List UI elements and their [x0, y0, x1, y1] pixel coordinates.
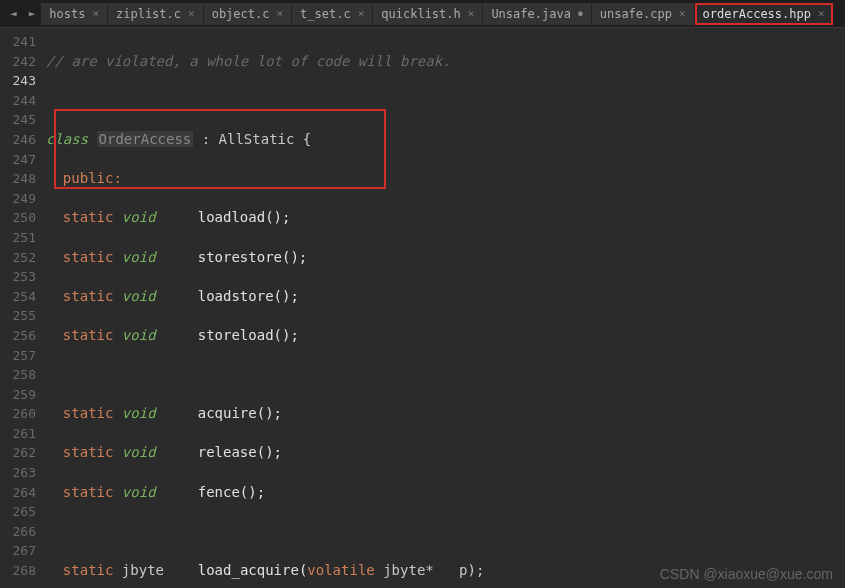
- tab-label: ziplist.c: [116, 7, 181, 21]
- editor: 2412422432442452462472482492502512522532…: [0, 28, 845, 588]
- line-number: 267: [0, 541, 36, 561]
- close-icon[interactable]: ×: [276, 7, 283, 20]
- close-icon[interactable]: ×: [818, 7, 825, 20]
- tab-label: unsafe.cpp: [600, 7, 672, 21]
- tab-unsafe-cpp[interactable]: unsafe.cpp×: [592, 3, 695, 25]
- nav-right[interactable]: ►: [23, 7, 42, 20]
- line-number: 258: [0, 365, 36, 385]
- line-number: 246: [0, 130, 36, 150]
- tab-label: Unsafe.java: [491, 7, 570, 21]
- tab-orderAccess-hpp[interactable]: orderAccess.hpp×: [695, 3, 833, 25]
- line-number: 261: [0, 424, 36, 444]
- line-number: 262: [0, 443, 36, 463]
- tab-label: object.c: [212, 7, 270, 21]
- line-number: 254: [0, 287, 36, 307]
- tab-object-c[interactable]: object.c×: [204, 3, 292, 25]
- tab-t_set-c[interactable]: t_set.c×: [292, 3, 373, 25]
- tab-label: hosts: [49, 7, 85, 21]
- close-icon[interactable]: ×: [468, 7, 475, 20]
- line-number-gutter: 2412422432442452462472482492502512522532…: [0, 28, 46, 588]
- tab-label: quicklist.h: [381, 7, 460, 21]
- line-number: 247: [0, 150, 36, 170]
- watermark: CSDN @xiaoxue@xue.com: [660, 566, 833, 582]
- tab-label: orderAccess.hpp: [703, 7, 811, 21]
- line-number: 259: [0, 385, 36, 405]
- class-name: OrderAccess: [97, 131, 194, 147]
- line-number: 243: [0, 71, 36, 91]
- line-number: 244: [0, 91, 36, 111]
- line-number: 265: [0, 502, 36, 522]
- close-icon[interactable]: ×: [92, 7, 99, 20]
- line-number: 268: [0, 561, 36, 581]
- line-number: 260: [0, 404, 36, 424]
- line-number: 249: [0, 189, 36, 209]
- tab-label: t_set.c: [300, 7, 351, 21]
- line-number: 257: [0, 346, 36, 366]
- tab-quicklist-h[interactable]: quicklist.h×: [373, 3, 483, 25]
- line-number: 252: [0, 248, 36, 268]
- tab-Unsafe-java[interactable]: Unsafe.java●: [483, 3, 591, 25]
- line-number: 250: [0, 208, 36, 228]
- line-number: 263: [0, 463, 36, 483]
- close-icon[interactable]: ×: [358, 7, 365, 20]
- line-number: 256: [0, 326, 36, 346]
- nav-left[interactable]: ◄: [4, 7, 23, 20]
- tab-hosts[interactable]: hosts×: [41, 3, 108, 25]
- line-number: 241: [0, 32, 36, 52]
- line-number: 253: [0, 267, 36, 287]
- line-number: 242: [0, 52, 36, 72]
- comment-text: // are violated, a whole lot of code wil…: [46, 53, 451, 69]
- tab-ziplist-c[interactable]: ziplist.c×: [108, 3, 204, 25]
- dirty-icon: ●: [578, 9, 583, 18]
- close-icon[interactable]: ×: [188, 7, 195, 20]
- line-number: 251: [0, 228, 36, 248]
- line-number: 248: [0, 169, 36, 189]
- close-icon[interactable]: ×: [679, 7, 686, 20]
- line-number: 264: [0, 483, 36, 503]
- line-number: 245: [0, 110, 36, 130]
- code-area[interactable]: // are violated, a whole lot of code wil…: [46, 28, 845, 588]
- line-number: 266: [0, 522, 36, 542]
- line-number: 255: [0, 306, 36, 326]
- tab-bar: ◄ ► hosts×ziplist.c×object.c×t_set.c×qui…: [0, 0, 845, 28]
